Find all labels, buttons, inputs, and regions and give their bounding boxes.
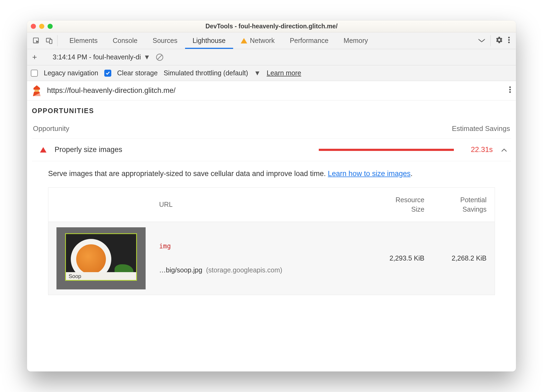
svg-point-14	[509, 91, 511, 93]
traffic-lights	[31, 24, 53, 29]
opportunities-columns: Opportunity Estimated Savings	[32, 124, 511, 138]
legacy-nav-label: Legacy navigation	[44, 69, 98, 77]
tab-console[interactable]: Console	[105, 32, 145, 49]
throttling-label: Simulated throttling (default)	[164, 69, 248, 77]
opportunity-table: URL ResourceSize PotentialSavings Soop	[48, 187, 495, 295]
minimize-window-button[interactable]	[39, 24, 44, 29]
opportunity-name: Properly size images	[55, 146, 122, 154]
more-tabs-button[interactable]	[475, 32, 489, 49]
report-menu-icon[interactable]	[509, 86, 511, 95]
settings-icon[interactable]	[495, 36, 503, 45]
svg-point-4	[508, 39, 510, 41]
tab-network[interactable]: Network	[233, 32, 282, 49]
savings-bar	[319, 149, 454, 151]
report-select-label: 3:14:14 PM - foul-heavenly-di	[53, 53, 141, 61]
separator	[57, 35, 58, 46]
device-toolbar-icon[interactable]	[43, 32, 56, 49]
savings-bar-wrap	[129, 149, 457, 151]
opportunities-heading: OPPORTUNITIES	[32, 107, 511, 115]
svg-point-5	[508, 42, 510, 43]
opportunity-description: Serve images that are appropriately-size…	[32, 161, 511, 187]
resource-path[interactable]: …big/soop.jpg	[159, 266, 202, 274]
desc-text: Serve images that are appropriately-size…	[48, 170, 328, 178]
svg-line-7	[157, 55, 162, 59]
fail-triangle-icon	[40, 147, 46, 153]
window-title: DevTools - foul-heavenly-direction.glitc…	[27, 23, 516, 30]
inspect-element-icon[interactable]	[30, 32, 43, 49]
chevron-down-icon: ▼	[144, 53, 150, 61]
col-opportunity: Opportunity	[33, 124, 69, 133]
svg-point-3	[508, 37, 510, 38]
lighthouse-options: Legacy navigation Clear storage Simulate…	[27, 65, 516, 81]
new-report-button[interactable]: +	[31, 53, 38, 62]
clear-storage-label: Clear storage	[117, 69, 158, 77]
col-resource-size: ResourceSize	[362, 195, 424, 214]
zoom-window-button[interactable]	[48, 24, 53, 29]
learn-more-link[interactable]: Learn more	[267, 69, 301, 77]
svg-rect-2	[49, 39, 52, 43]
svg-marker-8	[33, 85, 40, 90]
tab-memory[interactable]: Memory	[336, 32, 376, 49]
potential-savings-cell: 2,268.2 KiB	[424, 254, 487, 262]
opportunity-row[interactable]: Properly size images 22.31s	[32, 138, 511, 161]
report-content: OPPORTUNITIES Opportunity Estimated Savi…	[27, 100, 516, 371]
resource-host: (storage.googleapis.com)	[206, 266, 282, 274]
col-url: URL	[159, 201, 362, 208]
close-window-button[interactable]	[31, 24, 36, 29]
legacy-nav-checkbox[interactable]	[31, 70, 38, 77]
warning-icon	[241, 38, 247, 43]
titlebar: DevTools - foul-heavenly-direction.glitc…	[27, 21, 516, 32]
desc-link[interactable]: Learn how to size images	[328, 170, 411, 178]
svg-point-12	[509, 86, 511, 88]
throttling-chevron-icon[interactable]: ▼	[254, 69, 261, 77]
svg-rect-9	[35, 90, 39, 92]
panel-tabs: Elements Console Sources Lighthouse Netw…	[62, 32, 475, 49]
tab-sources[interactable]: Sources	[145, 32, 185, 49]
col-potential-savings: PotentialSavings	[424, 195, 487, 214]
tab-lighthouse[interactable]: Lighthouse	[185, 32, 233, 49]
tab-elements[interactable]: Elements	[62, 32, 105, 49]
element-tag: img	[159, 242, 362, 250]
report-url-row: https://foul-heavenly-direction.glitch.m…	[27, 81, 516, 100]
collapse-chevron-icon[interactable]	[499, 146, 509, 154]
clear-storage-checkbox[interactable]	[104, 70, 111, 77]
kebab-menu-icon[interactable]	[508, 36, 510, 45]
separator	[490, 35, 491, 46]
report-url: https://foul-heavenly-direction.glitch.m…	[47, 86, 504, 95]
lighthouse-logo-icon	[32, 85, 42, 96]
table-row: Soop img …big/soop.jpg (storage.googleap…	[48, 222, 495, 295]
devtools-window: DevTools - foul-heavenly-direction.glitc…	[27, 21, 516, 371]
svg-point-13	[509, 89, 511, 90]
resource-size-cell: 2,293.5 KiB	[362, 254, 424, 262]
report-select[interactable]: 3:14:14 PM - foul-heavenly-di ▼	[53, 53, 150, 61]
thumb-caption: Soop	[66, 272, 136, 281]
lighthouse-toolbar: + 3:14:14 PM - foul-heavenly-di ▼	[27, 49, 516, 65]
resource-url-cell: img …big/soop.jpg (storage.googleapis.co…	[159, 242, 362, 274]
tab-network-label: Network	[250, 37, 275, 45]
clear-report-icon[interactable]	[156, 53, 164, 61]
resource-thumbnail: Soop	[56, 227, 146, 289]
table-header: URL ResourceSize PotentialSavings	[48, 188, 495, 222]
tab-performance[interactable]: Performance	[282, 32, 336, 49]
desc-post: .	[411, 170, 413, 178]
savings-value: 22.31s	[463, 146, 493, 154]
devtools-tabbar: Elements Console Sources Lighthouse Netw…	[27, 32, 516, 49]
col-savings: Estimated Savings	[452, 124, 510, 133]
